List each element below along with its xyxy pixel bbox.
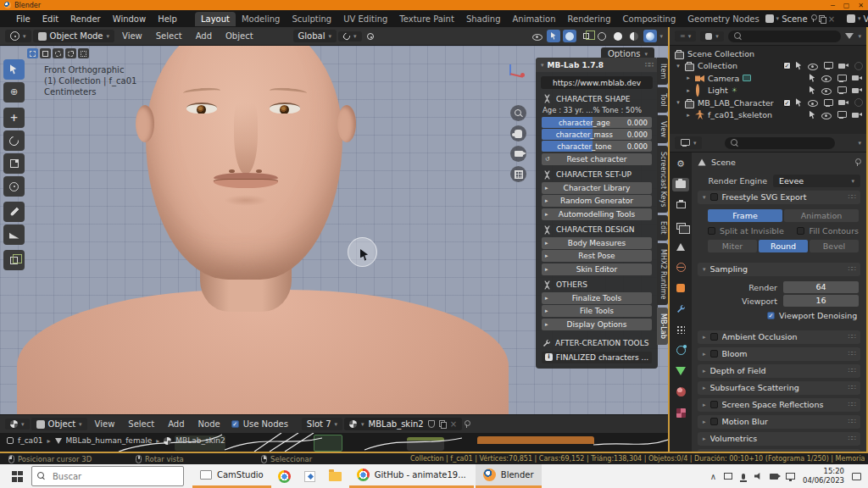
tab-mblab[interactable]: MB-Lab (657, 308, 668, 345)
unlink-icon[interactable]: × (828, 14, 835, 24)
panel-screen-space-reflections[interactable]: ▸Screen Space Reflections∷∷ (698, 398, 860, 413)
panel-checkbox[interactable] (710, 350, 718, 358)
hide-icon[interactable] (808, 61, 818, 70)
mode-dropdown[interactable]: Object Mode▾ (33, 30, 115, 42)
tab-shading[interactable]: Shading (460, 12, 507, 26)
display-icon[interactable] (786, 473, 795, 480)
copy-icon[interactable] (819, 15, 826, 23)
file-tools-button[interactable]: ▸File Tools (542, 305, 652, 317)
menu-object[interactable]: Object (220, 30, 259, 42)
editor-type-button[interactable]: ▾ (5, 419, 30, 430)
taskbar-app-explorer[interactable] (324, 464, 348, 488)
minimize-button[interactable]: ─ (831, 2, 835, 9)
taskbar-app-photos[interactable] (298, 464, 322, 488)
model-eye[interactable] (270, 103, 300, 114)
fake-user-icon[interactable] (428, 420, 435, 428)
tab-world[interactable] (672, 261, 689, 274)
panel-bloom[interactable]: ▸Bloom∷∷ (698, 347, 860, 362)
tab-uv-editing[interactable]: UV Editing (337, 12, 393, 26)
search-input[interactable] (31, 466, 184, 486)
tab-texture[interactable] (672, 406, 689, 419)
shading-rendered-button[interactable] (643, 30, 657, 42)
taskbar-app-camstudio[interactable]: CamStudio (192, 464, 271, 488)
tab-tool[interactable]: ⚙ (672, 157, 689, 170)
select-mode-extend[interactable] (78, 48, 89, 58)
breadcrumb-object[interactable]: f_ca01 (18, 436, 43, 445)
tool-select-box[interactable] (3, 59, 25, 80)
selectable-icon[interactable] (796, 62, 803, 70)
selectable-icon[interactable] (810, 74, 816, 82)
outliner-row-mblab-character[interactable]: ▾ MB_LAB_Character ✓ (670, 97, 866, 109)
unlink-icon[interactable]: × (450, 419, 457, 429)
disclosure-icon[interactable]: ▾ (675, 63, 682, 69)
editor-type-button[interactable]: ▾ (5, 30, 31, 42)
tab-render[interactable] (672, 178, 689, 191)
properties-search[interactable] (725, 137, 835, 149)
menu-render[interactable]: Render (64, 13, 107, 25)
finalized-characters-button[interactable]: iFINALIZED characters ... (542, 352, 652, 363)
navigation-gizmo[interactable] (498, 64, 524, 86)
shading-material-button[interactable] (627, 30, 641, 42)
orientation-dropdown[interactable]: Global▾ (293, 30, 337, 42)
collection-checkbox[interactable]: ✓ (783, 62, 791, 69)
sampling-panel-header[interactable]: ▾Sampling∷∷ (698, 263, 860, 277)
tab-output[interactable] (672, 198, 689, 212)
display-mode-dropdown[interactable]: ▾ (700, 31, 724, 42)
pin-icon[interactable] (810, 14, 816, 23)
chevron-down-icon[interactable]: ▾ (858, 33, 861, 40)
select-mode-lasso[interactable] (65, 48, 76, 58)
model-ear[interactable] (337, 105, 356, 142)
outliner-row-camera[interactable]: ▸ Camera (670, 72, 866, 85)
character-design-header[interactable]: CHARACTER DESIGN (542, 225, 651, 235)
disclosure-icon[interactable]: ▸ (685, 87, 692, 94)
shading-solid-button[interactable] (611, 30, 625, 42)
tab-item[interactable]: Item (657, 58, 668, 85)
tab-compositing[interactable]: Compositing (617, 12, 682, 26)
panel-checkbox[interactable] (710, 418, 718, 425)
random-generator-button[interactable]: ▸Random Generator (542, 195, 652, 207)
pin-icon[interactable] (854, 158, 860, 167)
disclosure-icon[interactable]: ▸ (685, 112, 692, 119)
tab-modifiers[interactable] (672, 302, 689, 316)
maximize-button[interactable]: ▢ (843, 2, 850, 9)
outliner-search[interactable] (728, 30, 842, 42)
breadcrumb-mesh[interactable]: MBLab_human_female (66, 436, 153, 445)
menu-help[interactable]: Help (152, 13, 183, 25)
tray-window-icon[interactable] (724, 473, 732, 480)
panel-volumetrics[interactable]: ▸Volumetrics∷∷ (698, 432, 860, 446)
others-header[interactable]: OTHERS (542, 280, 651, 290)
snap-dropdown[interactable]: ▾ (338, 31, 362, 42)
character-shape-header[interactable]: CHARACTER SHAPE (542, 94, 651, 103)
slot-dropdown[interactable]: Slot 7▾ (302, 418, 342, 430)
material-name-field[interactable]: ▾ MBLab_skin2 × (344, 418, 462, 430)
proportional-edit-toggle[interactable] (364, 30, 377, 42)
bevel-button[interactable]: Bevel (810, 240, 859, 252)
character-setup-header[interactable]: CHARACTER SET-UP (542, 170, 651, 180)
selectable-icon[interactable] (796, 98, 803, 107)
viewport-disable-icon[interactable] (837, 110, 847, 119)
speaker-icon[interactable] (754, 473, 762, 480)
split-invisible-checkbox[interactable] (708, 227, 715, 235)
tab-physics[interactable] (672, 344, 689, 358)
menu-select[interactable]: Select (122, 418, 160, 430)
tab-object-data[interactable] (672, 364, 689, 378)
pan-button[interactable] (510, 125, 526, 141)
tab-layout[interactable]: Layout (195, 12, 236, 26)
editor-type-button[interactable]: ≡▾ (675, 30, 696, 42)
overlays-toggle[interactable] (563, 30, 576, 42)
hide-icon[interactable] (821, 86, 832, 95)
gizmos-toggle[interactable] (547, 30, 560, 42)
render-samples-field[interactable]: 64 (783, 281, 859, 293)
viewport-disable-icon[interactable] (823, 61, 833, 70)
tab-screencast-keys[interactable]: Screencast Keys (657, 146, 668, 213)
tab-texture-paint[interactable]: Texture Paint (393, 12, 460, 26)
panel-ambient-occlusion[interactable]: ▸Ambient Occlusion∷∷ (698, 330, 860, 345)
hide-icon[interactable] (821, 110, 832, 119)
after-creation-header[interactable]: AFTER-CREATION TOOLS (542, 339, 651, 347)
menu-view[interactable]: View (89, 418, 121, 430)
mblab-panel-header[interactable]: ▾MB-Lab 1.7.8∷∷ (536, 58, 658, 72)
viewport-disable-icon[interactable] (823, 98, 833, 108)
editor-type-button[interactable]: ▾ (675, 136, 702, 149)
chevron-down-icon[interactable]: ▾ (858, 140, 861, 147)
select-mode-box[interactable] (40, 48, 51, 58)
